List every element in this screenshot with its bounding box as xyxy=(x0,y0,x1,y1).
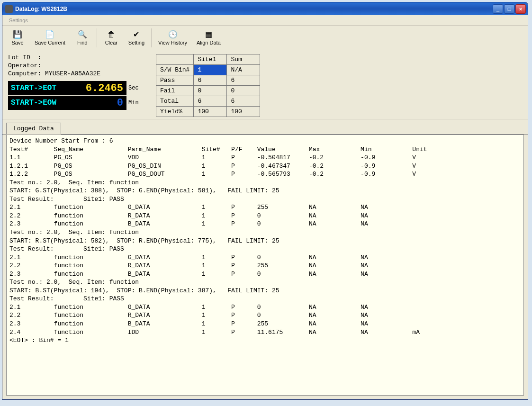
clear-icon: 🗑 xyxy=(107,30,116,39)
main-window: DataLog: WS2812B _ □ × Settings 💾 Save 📄… xyxy=(2,2,528,400)
stats-pass-label: Pass xyxy=(156,75,194,86)
stats-total-site1: 6 xyxy=(194,96,227,107)
info-left: Lot ID : Operator: Computer: MYUSER-A05A… xyxy=(8,54,150,117)
stats-sum-header: Sum xyxy=(227,54,260,65)
operator-row: Operator: xyxy=(8,62,150,69)
stats-blank-header xyxy=(156,54,194,65)
stats-pass-sum: 6 xyxy=(227,75,260,86)
minimize-button[interactable]: _ xyxy=(493,4,503,14)
view-history-label: View History xyxy=(158,40,187,45)
save-current-label: Save Current xyxy=(35,40,65,45)
tab-logged-data[interactable]: Logged Data xyxy=(6,123,61,135)
toolbar-separator xyxy=(151,28,152,47)
clear-button[interactable]: 🗑 Clear xyxy=(99,27,124,49)
app-icon xyxy=(5,5,13,13)
stats-total-label: Total xyxy=(156,96,194,107)
info-area: Lot ID : Operator: Computer: MYUSER-A05A… xyxy=(2,50,528,119)
stats-swbin-label: S/W Bin# xyxy=(156,65,194,75)
save-icon: 💾 xyxy=(13,30,22,39)
stats-total-sum: 6 xyxy=(227,96,260,107)
setting-label: Setting xyxy=(128,40,144,45)
find-label: Find xyxy=(77,40,87,45)
menu-settings[interactable]: Settings xyxy=(5,17,32,24)
align-data-label: Align Data xyxy=(197,40,221,45)
align-data-button[interactable]: ▦ Align Data xyxy=(192,27,225,49)
window-title: DataLog: WS2812B xyxy=(15,6,493,12)
timers: START->EOT 6.2465 Sec START->EOW 0 Min xyxy=(8,81,150,110)
titlebar[interactable]: DataLog: WS2812B _ □ × xyxy=(2,2,528,15)
stats-swbin-site1[interactable]: 1 xyxy=(194,65,227,75)
clear-label: Clear xyxy=(105,40,117,45)
computer-row: Computer: MYUSER-A05AA32E xyxy=(8,70,150,77)
stats-table: Site1 Sum S/W Bin# 1 N/A Pass 6 6 Fail 0… xyxy=(156,54,260,117)
stats-yield-label: Yield% xyxy=(156,107,194,117)
stats-fail-sum: 0 xyxy=(227,86,260,96)
toolbar-separator xyxy=(97,28,97,47)
find-icon: 🔍 xyxy=(78,30,87,39)
save-current-icon: 📄 xyxy=(45,30,54,39)
view-history-button[interactable]: 🕓 View History xyxy=(153,27,192,49)
save-label: Save xyxy=(11,40,23,45)
history-icon: 🕓 xyxy=(168,30,178,39)
tabs: Logged Data xyxy=(2,119,528,135)
menubar: Settings xyxy=(2,15,528,26)
stats-pass-site1: 6 xyxy=(194,75,227,86)
log-textarea[interactable]: Device Number Start From : 6 Test# Seq_N… xyxy=(6,135,524,396)
stats-yield-sum: 100 xyxy=(227,107,260,117)
align-icon: ▦ xyxy=(204,30,213,39)
maximize-button[interactable]: □ xyxy=(504,4,514,14)
setting-button[interactable]: ✔ Setting xyxy=(124,27,149,49)
save-current-button[interactable]: 📄 Save Current xyxy=(30,27,70,49)
eow-value: 0 xyxy=(70,96,126,110)
eot-label: START->EOT xyxy=(8,81,70,95)
stats-site1-header: Site1 xyxy=(194,54,227,65)
eot-unit: Sec xyxy=(126,81,141,95)
stats-yield-site1: 100 xyxy=(194,107,227,117)
save-button[interactable]: 💾 Save xyxy=(5,27,30,49)
stats-fail-site1: 0 xyxy=(194,86,227,96)
setting-icon: ✔ xyxy=(132,30,141,39)
find-button[interactable]: 🔍 Find xyxy=(70,27,95,49)
eow-label: START->EOW xyxy=(8,96,70,110)
close-button[interactable]: × xyxy=(515,4,526,14)
lot-id-row: Lot ID : xyxy=(8,54,150,61)
toolbar: 💾 Save 📄 Save Current 🔍 Find 🗑 Clear ✔ S… xyxy=(2,26,528,50)
stats-fail-label: Fail xyxy=(156,86,194,96)
eot-value: 6.2465 xyxy=(70,81,126,95)
eow-unit: Min xyxy=(126,96,141,110)
stats-swbin-sum: N/A xyxy=(227,65,260,75)
